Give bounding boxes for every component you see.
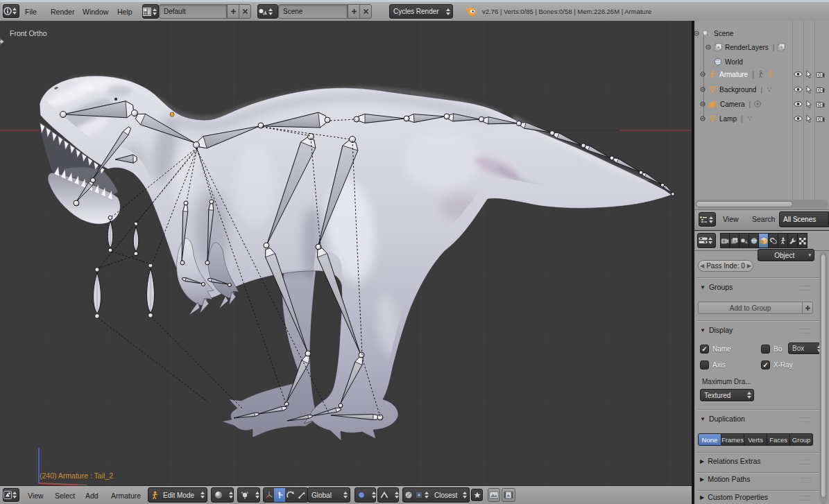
duplication-option-frames[interactable]: Frames: [721, 433, 744, 446]
expander-icon[interactable]: [700, 87, 706, 92]
visibility-toggle-icon[interactable]: [794, 86, 803, 93]
selectability-toggle-icon[interactable]: [805, 70, 812, 78]
visibility-toggle-icon[interactable]: [794, 115, 803, 122]
scene-name-field[interactable]: Scene: [278, 4, 348, 19]
outliner-item-label[interactable]: Lamp: [719, 115, 737, 123]
expander-icon[interactable]: [694, 31, 699, 36]
properties-tab-object[interactable]: [759, 233, 769, 248]
opengl-render-button[interactable]: [488, 488, 500, 502]
properties-tab-scene[interactable]: [740, 233, 749, 248]
expander-icon[interactable]: [706, 44, 711, 50]
properties-editor-type-button[interactable]: [697, 233, 716, 248]
expander-icon[interactable]: [700, 71, 706, 77]
scene-close-button[interactable]: [359, 4, 372, 19]
render-engine-select[interactable]: Cycles Render: [389, 4, 453, 19]
checkbox-name[interactable]: ✓: [700, 345, 709, 354]
pass-index-slider[interactable]: ◀Pass Inde: 0▶: [698, 260, 753, 272]
outliner-row-world[interactable]: World: [694, 55, 829, 69]
properties-tab-data[interactable]: [778, 233, 788, 248]
outliner-item-label[interactable]: Armature: [719, 71, 748, 78]
duplication-panel-header[interactable]: ▼Duplication: [700, 415, 745, 423]
expander-icon[interactable]: [700, 101, 706, 107]
duplication-option-faces[interactable]: Faces: [767, 433, 790, 446]
outliner-row-scene[interactable]: Scene: [694, 26, 829, 40]
menu-help[interactable]: Help: [117, 8, 133, 16]
viewport-3d[interactable]: Front Ortho (240) Armature : Tail_2: [0, 21, 692, 485]
pivot-point-select[interactable]: [237, 487, 260, 503]
outliner-hscroll-thumb[interactable]: [696, 201, 793, 207]
proportional-edit-select[interactable]: [354, 487, 376, 503]
properties-tab-renderlayers[interactable]: [730, 233, 740, 248]
current-editor-type-button[interactable]: [3, 4, 19, 18]
properties-tab-physics[interactable]: [798, 233, 807, 248]
renderability-toggle-icon[interactable]: [816, 101, 825, 108]
properties-tab-world[interactable]: [749, 233, 759, 248]
snap-element-select[interactable]: [413, 487, 431, 503]
transform-orientation-select[interactable]: Global: [307, 487, 350, 503]
snap-peel-button[interactable]: [471, 489, 483, 501]
menu-file[interactable]: File: [25, 8, 37, 16]
viewport-menu-select[interactable]: Select: [55, 492, 75, 500]
screen-layout-browse-button[interactable]: [142, 4, 159, 19]
slider-left-arrow-icon[interactable]: ◀: [700, 263, 704, 269]
duplication-option-none[interactable]: None: [698, 433, 721, 446]
screen-layout-close-button[interactable]: [239, 4, 251, 19]
screen-layout-field[interactable]: Default: [159, 4, 227, 19]
outliner-item-label[interactable]: RenderLayers: [725, 44, 769, 51]
collapsed-panel-custom-properties[interactable]: ▶Custom Properties: [700, 493, 768, 501]
selectability-toggle-icon[interactable]: [805, 85, 812, 94]
collapsed-panel-motion-paths[interactable]: ▶Motion Paths: [700, 475, 750, 483]
expander-icon[interactable]: [700, 116, 706, 121]
scene-browse-button[interactable]: [257, 4, 278, 19]
properties-tab-modifier[interactable]: [788, 233, 798, 248]
screen-layout-add-button[interactable]: [227, 4, 239, 19]
outliner-item-label[interactable]: Background: [719, 86, 756, 94]
visibility-toggle-icon[interactable]: [794, 71, 803, 78]
selectability-toggle-icon[interactable]: [805, 100, 812, 108]
draw-type-select[interactable]: Textured: [700, 389, 754, 401]
properties-tab-constraint[interactable]: [769, 233, 778, 248]
slider-right-arrow-icon[interactable]: ▶: [747, 263, 751, 269]
outliner-editor-type-button[interactable]: [699, 212, 716, 227]
outliner-menu-search[interactable]: Search: [752, 215, 775, 223]
snap-target-select[interactable]: Closest: [431, 487, 470, 503]
properties-tab-render[interactable]: [720, 233, 730, 248]
outliner-item-label[interactable]: Scene: [714, 30, 733, 37]
collapsed-panel-relations-extras[interactable]: ▶Relations Extras: [700, 457, 761, 465]
add-to-group-plus-button[interactable]: [802, 302, 813, 314]
duplication-option-verts[interactable]: Verts: [744, 433, 767, 446]
viewport-menu-add[interactable]: Add: [85, 492, 99, 500]
visibility-toggle-icon[interactable]: [794, 101, 803, 107]
proportional-falloff-select[interactable]: [377, 487, 399, 503]
outliner-filter-select[interactable]: All Scenes: [779, 211, 829, 227]
manipulator-rotate-button[interactable]: [285, 487, 297, 503]
outliner-row-renderlayers[interactable]: RenderLayers|: [694, 40, 829, 54]
selectability-toggle-icon[interactable]: [805, 114, 812, 123]
viewport-menu-armature[interactable]: Armature: [111, 492, 141, 500]
viewport-editor-type-button[interactable]: [3, 488, 19, 502]
snap-toggle-button[interactable]: [402, 487, 414, 503]
outliner-menu-view[interactable]: View: [723, 215, 739, 223]
checkbox-axis[interactable]: [700, 360, 709, 370]
manipulator-translate-button[interactable]: [274, 487, 286, 503]
display-panel-header[interactable]: ▼Display: [700, 326, 733, 334]
checkbox-bo[interactable]: [761, 345, 770, 354]
opengl-render-anim-button[interactable]: [502, 488, 515, 502]
viewport-menu-view[interactable]: View: [28, 492, 44, 500]
renderability-toggle-icon[interactable]: [816, 115, 825, 123]
object-context-select[interactable]: Object▾: [758, 249, 814, 261]
add-to-group-button[interactable]: Add to Group: [698, 302, 803, 314]
scene-add-button[interactable]: [348, 4, 360, 19]
renderability-toggle-icon[interactable]: [816, 86, 825, 94]
manipulator-axes-button[interactable]: [263, 487, 275, 503]
manipulator-scale-button[interactable]: [296, 487, 308, 503]
menu-render[interactable]: Render: [51, 8, 74, 16]
mode-select[interactable]: Edit Mode: [148, 487, 207, 503]
renderability-toggle-icon[interactable]: [816, 71, 825, 78]
groups-panel-header[interactable]: ▼Groups: [700, 283, 733, 291]
duplication-option-group[interactable]: Group: [790, 433, 813, 446]
properties-vscroll-thumb[interactable]: [821, 254, 826, 498]
outliner-item-label[interactable]: World: [725, 58, 743, 66]
outliner-item-label[interactable]: Camera: [720, 101, 745, 108]
menu-window[interactable]: Window: [83, 8, 108, 16]
